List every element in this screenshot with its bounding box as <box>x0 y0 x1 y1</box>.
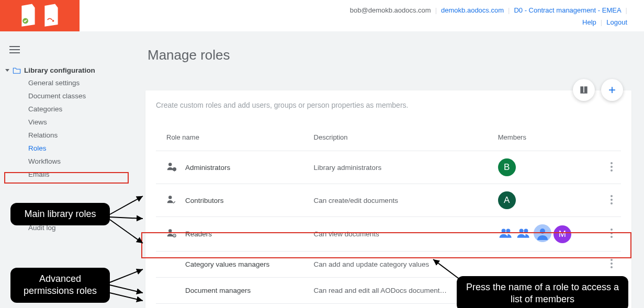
svg-point-10 <box>611 202 613 204</box>
avatar: A <box>498 191 516 209</box>
svg-point-17 <box>524 229 528 233</box>
svg-point-8 <box>611 195 613 197</box>
callout-main-roles: Main library roles <box>10 203 110 225</box>
avatar: B <box>498 158 516 176</box>
more-vert-icon[interactable] <box>611 229 613 238</box>
book-icon <box>579 85 589 95</box>
more-vert-icon[interactable] <box>611 195 613 204</box>
role-description: Can view documents <box>310 217 494 252</box>
content-area: Manage roles + Create custom roles and a… <box>140 31 644 308</box>
add-role-fab[interactable]: + <box>601 79 623 101</box>
svg-point-15 <box>506 229 510 233</box>
sidebar-item-general-settings[interactable]: General settings <box>0 76 140 89</box>
svg-point-2 <box>168 163 172 166</box>
library-link[interactable]: D0 - Contract management - EMEA <box>514 6 621 14</box>
sidebar-item-document-classes[interactable]: Document classes <box>0 89 140 102</box>
more-vert-icon[interactable] <box>611 259 613 268</box>
sidebar-item-categories[interactable]: Categories <box>0 102 140 116</box>
role-description: Can create/edit documents <box>310 184 494 217</box>
group-icon <box>498 227 514 241</box>
sidebar-item-workflows[interactable]: Workflows <box>0 155 140 168</box>
svg-point-20 <box>611 229 613 231</box>
sidebar-item-roles[interactable]: Roles <box>0 142 140 155</box>
role-icon <box>166 162 177 174</box>
col-description: Description <box>310 128 494 151</box>
sidebar-item-blank[interactable] <box>0 181 140 195</box>
app-logo <box>0 0 80 31</box>
role-description: Library administrators <box>310 151 494 184</box>
svg-point-5 <box>611 166 613 168</box>
table-row[interactable]: ReadersCan view documentsM <box>156 217 621 252</box>
svg-point-16 <box>519 229 523 233</box>
hamburger-icon[interactable] <box>9 46 140 55</box>
docs-fab[interactable] <box>573 79 595 101</box>
table-row[interactable]: ContributorsCan create/edit documentsA <box>156 184 621 217</box>
sidebar-item-views[interactable]: Views <box>0 116 140 129</box>
svg-point-21 <box>611 232 613 234</box>
role-icon <box>166 228 177 240</box>
role-icon <box>166 195 177 207</box>
svg-point-13 <box>174 235 175 236</box>
plus-icon: + <box>608 83 616 97</box>
svg-point-9 <box>611 199 613 201</box>
help-link[interactable]: Help <box>582 18 596 26</box>
svg-point-4 <box>611 162 613 164</box>
svg-point-1 <box>52 20 54 22</box>
role-description: Can add and update category values <box>310 252 494 278</box>
domain-link[interactable]: demokb.aodocs.com <box>441 6 504 14</box>
card-subtitle: Create custom roles and add users, group… <box>156 101 621 109</box>
svg-point-6 <box>611 169 613 172</box>
table-row[interactable]: Category values managersCan add and upda… <box>156 252 621 278</box>
sidebar-root[interactable]: Library configuration <box>0 64 140 76</box>
role-name: Contributors <box>185 197 224 204</box>
avatar <box>534 224 551 244</box>
roles-card: + Create custom roles and add users, gro… <box>145 90 631 308</box>
col-role-name: Role name <box>156 128 310 151</box>
col-members: Members <box>494 128 600 151</box>
header-right: bob@demokb.aodocs.com | demokb.aodocs.co… <box>80 0 644 26</box>
svg-point-14 <box>501 229 505 233</box>
caret-down-icon <box>5 69 9 72</box>
svg-point-25 <box>611 266 613 268</box>
svg-point-22 <box>611 236 613 238</box>
svg-point-23 <box>611 259 613 261</box>
sidebar-item-relations[interactable]: Relations <box>0 129 140 142</box>
callout-advanced-roles: Advanced permissions roles <box>10 268 110 303</box>
sidebar: Library configuration General settingsDo… <box>0 31 140 308</box>
svg-point-24 <box>611 263 613 265</box>
role-name: Administrators <box>185 164 230 172</box>
callout-press-role: Press the name of a role to access a lis… <box>457 276 628 308</box>
role-name: Category values managers <box>185 260 269 268</box>
logout-link[interactable]: Logout <box>606 18 627 26</box>
svg-point-11 <box>168 229 172 232</box>
svg-point-19 <box>540 229 545 234</box>
folder-icon <box>13 67 21 74</box>
role-name: Document managers <box>185 287 251 294</box>
group-icon <box>516 227 532 241</box>
user-email: bob@demokb.aodocs.com <box>350 6 431 14</box>
role-name: Readers <box>185 230 212 238</box>
avatar: M <box>553 225 571 243</box>
more-vert-icon[interactable] <box>611 162 613 172</box>
svg-point-7 <box>168 196 172 199</box>
table-row[interactable]: AdministratorsLibrary administratorsB <box>156 151 621 184</box>
page-title: Manage roles <box>148 47 631 63</box>
sidebar-item-emails[interactable]: Emails <box>0 168 140 181</box>
svg-point-3 <box>173 167 176 170</box>
